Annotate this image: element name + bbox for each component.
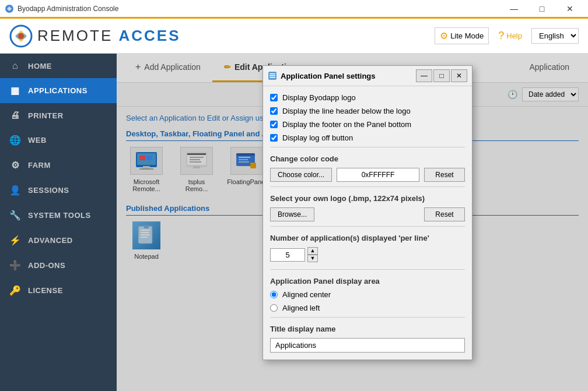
separator-5 — [270, 317, 465, 318]
sidebar-item-system-tools[interactable]: 🔧 SYSTEM TOOLS — [0, 203, 117, 228]
home-icon: ⌂ — [9, 61, 21, 71]
sidebar-item-license[interactable]: 🔑 LICENSE — [0, 278, 117, 303]
svg-rect-35 — [270, 73, 275, 75]
header-right: ⚙ Lite Mode ? Help English — [435, 27, 579, 44]
gear-icon: ⚙ — [440, 30, 448, 41]
checkbox-input-header[interactable] — [270, 107, 278, 115]
sidebar-item-farm[interactable]: ⚙ FARM — [0, 153, 117, 178]
sidebar-item-home[interactable]: ⌂ HOME — [0, 54, 117, 78]
logo-acces: ACCES — [118, 27, 180, 44]
modal-title-text: Application Panel settings — [281, 72, 376, 80]
separator-2 — [270, 186, 465, 187]
modal-controls: — □ ✕ — [416, 69, 467, 82]
checkbox-display-logo[interactable]: Display Byodapp logo — [270, 93, 465, 102]
modal-title-icon — [268, 71, 277, 80]
count-section-title: Number of application(s) displayed 'per … — [270, 234, 465, 242]
separator-1 — [270, 147, 465, 147]
radio-aligned-left[interactable]: Aligned left — [270, 304, 465, 312]
sidebar: ⌂ HOME ▦ APPLICATIONS 🖨 PRINTER 🌐 WEB ⚙ … — [0, 54, 117, 391]
svg-point-2 — [18, 33, 24, 39]
printer-icon: 🖨 — [9, 110, 21, 121]
brand-logo-icon — [9, 24, 33, 48]
svg-rect-37 — [270, 77, 275, 78]
lite-mode-button[interactable]: ⚙ Lite Mode — [435, 27, 489, 44]
header: REMOTE ACCES ⚙ Lite Mode ? Help English — [0, 19, 588, 54]
main-content: + Add Application ✏ Edit Application App… — [117, 54, 588, 391]
help-button[interactable]: ? Help — [498, 30, 522, 42]
logo-area: REMOTE ACCES — [9, 24, 180, 48]
display-area-title: Application Panel display area — [270, 277, 465, 286]
checkbox-line-header[interactable]: Display the line header below the logo — [270, 107, 465, 115]
sidebar-item-web[interactable]: 🌐 WEB — [0, 128, 117, 153]
per-line-input[interactable] — [270, 248, 305, 262]
spinner: ▲ ▼ — [307, 247, 318, 262]
web-icon: 🌐 — [9, 135, 21, 146]
color-value-display: 0xFFFFFF — [337, 168, 419, 182]
sidebar-item-label: HOME — [28, 62, 52, 71]
maximize-button[interactable]: □ — [528, 0, 555, 18]
add-ons-icon: ➕ — [9, 260, 21, 271]
radio-input-center[interactable] — [270, 291, 278, 298]
sidebar-item-label: ADVANCED — [28, 236, 73, 245]
system-tools-icon: 🔧 — [9, 210, 21, 221]
applications-icon: ▦ — [9, 85, 21, 96]
modal-close-button[interactable]: ✕ — [451, 69, 467, 82]
sessions-icon: 👤 — [9, 185, 21, 196]
modal-titlebar: Application Panel settings — □ ✕ — [263, 66, 472, 86]
radio-input-left[interactable] — [270, 304, 278, 312]
modal-overlay: Application Panel settings — □ ✕ Display… — [117, 54, 588, 391]
title-display-label: Title display name — [270, 325, 465, 333]
choose-color-button[interactable]: Choose color... — [270, 168, 332, 182]
radio-aligned-center[interactable]: Aligned center — [270, 290, 465, 299]
modal-maximize-button[interactable]: □ — [433, 69, 450, 82]
checkbox-logoff[interactable]: Display log off button — [270, 133, 465, 142]
sidebar-item-label: PRINTER — [28, 111, 64, 120]
browse-button[interactable]: Browse... — [270, 207, 314, 221]
sidebar-item-label: SYSTEM TOOLS — [28, 211, 91, 220]
sidebar-item-add-ons[interactable]: ➕ ADD-ONS — [0, 253, 117, 278]
modal-body: Display Byodapp logo Display the line he… — [263, 86, 472, 360]
checkbox-input-logoff[interactable] — [270, 134, 278, 142]
logo-section-title: Select your own logo (.bmp, 122x74 pixel… — [270, 194, 465, 203]
titlebar-left: Byodapp Administration Console — [5, 4, 118, 13]
sidebar-item-printer[interactable]: 🖨 PRINTER — [0, 103, 117, 128]
minimize-button[interactable]: — — [501, 0, 527, 18]
number-input-row: ▲ ▼ — [270, 247, 465, 262]
modal-title: Application Panel settings — [268, 71, 376, 80]
radio-label: Aligned left — [282, 304, 320, 312]
logo-remote: REMOTE — [37, 27, 113, 44]
app-logo-icon — [5, 4, 14, 13]
reset-logo-button[interactable]: Reset — [424, 207, 465, 221]
sidebar-item-sessions[interactable]: 👤 SESSIONS — [0, 178, 117, 203]
help-icon: ? — [498, 30, 504, 42]
color-section-title: Change color code — [270, 154, 465, 163]
sidebar-item-applications[interactable]: ▦ APPLICATIONS — [0, 78, 117, 103]
color-btn-row: Choose color... 0xFFFFFF Reset — [270, 168, 465, 182]
checkbox-footer[interactable]: Display the footer on the Panel bottom — [270, 120, 465, 129]
sidebar-item-label: ADD-ONS — [28, 261, 65, 270]
checkbox-input-logo[interactable] — [270, 94, 278, 101]
title-display-input[interactable] — [270, 338, 465, 353]
logo-btn-row: Browse... Reset — [270, 207, 465, 221]
separator-3 — [270, 226, 465, 227]
checkbox-label: Display Byodapp logo — [282, 93, 356, 102]
checkbox-input-footer[interactable] — [270, 121, 278, 128]
sidebar-item-label: FARM — [28, 161, 51, 170]
language-select[interactable]: English — [531, 28, 579, 44]
spinner-down-button[interactable]: ▼ — [307, 255, 318, 262]
close-button[interactable]: ✕ — [556, 0, 583, 18]
spinner-up-button[interactable]: ▲ — [307, 247, 318, 255]
reset-color-button[interactable]: Reset — [424, 168, 465, 182]
separator-4 — [270, 269, 465, 270]
checkbox-label: Display the footer on the Panel bottom — [282, 120, 411, 129]
modal-dialog: Application Panel settings — □ ✕ Display… — [262, 65, 473, 360]
titlebar: Byodapp Administration Console — □ ✕ — [0, 0, 588, 19]
app-layout: ⌂ HOME ▦ APPLICATIONS 🖨 PRINTER 🌐 WEB ⚙ … — [0, 54, 588, 391]
sidebar-item-advanced[interactable]: ⚡ ADVANCED — [0, 228, 117, 253]
logo-text: REMOTE ACCES — [37, 27, 180, 45]
sidebar-item-label: WEB — [28, 136, 47, 145]
modal-minimize-button[interactable]: — — [416, 69, 432, 82]
license-icon: 🔑 — [9, 285, 21, 296]
sidebar-item-label: SESSIONS — [28, 186, 69, 195]
farm-icon: ⚙ — [9, 160, 21, 171]
